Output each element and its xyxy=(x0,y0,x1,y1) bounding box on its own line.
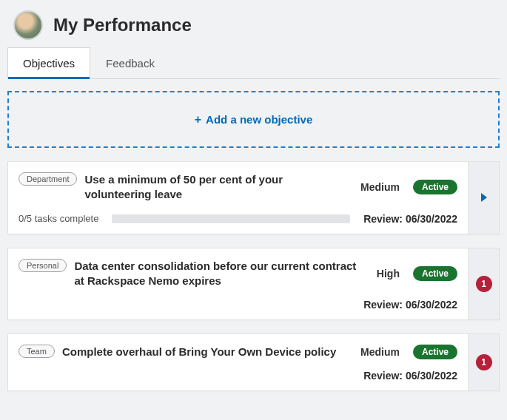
notification-badge: 1 xyxy=(476,276,492,292)
objective-title: Complete overhaul of Bring Your Own Devi… xyxy=(62,345,349,359)
notification-indicator[interactable]: 1 xyxy=(468,334,499,390)
objective-main: Personal Data center consolidation befor… xyxy=(8,248,468,320)
plus-icon: + xyxy=(195,114,201,126)
content-area: + Add a new objective Department Use a m… xyxy=(0,79,507,391)
page-header: My Performance xyxy=(0,0,507,47)
status-badge: Active xyxy=(413,345,457,359)
objective-tag: Department xyxy=(19,172,77,186)
objective-title: Use a minimum of 50 per cent of your vol… xyxy=(84,172,349,203)
objective-priority: High xyxy=(377,268,400,280)
objective-priority: Medium xyxy=(360,181,400,193)
review-date: Review: 06/30/2022 xyxy=(363,213,457,225)
objective-card: Department Use a minimum of 50 per cent … xyxy=(7,161,500,234)
objective-priority: Medium xyxy=(360,346,400,358)
notification-badge: 1 xyxy=(476,354,492,370)
objective-header-row: Department Use a minimum of 50 per cent … xyxy=(19,172,457,203)
status-badge: Active xyxy=(413,266,457,281)
add-objective-button[interactable]: + Add a new objective xyxy=(7,91,500,148)
objective-tag: Personal xyxy=(19,259,67,272)
progress-bar xyxy=(112,214,350,223)
notification-indicator[interactable]: 1 xyxy=(468,248,499,320)
objective-card: Team Complete overhaul of Bring Your Own… xyxy=(7,333,500,391)
objective-main: Department Use a minimum of 50 per cent … xyxy=(8,162,468,234)
status-badge: Active xyxy=(413,180,457,194)
objective-card: Personal Data center consolidation befor… xyxy=(7,248,500,321)
tab-objectives[interactable]: Objectives xyxy=(7,47,90,79)
review-date: Review: 06/30/2022 xyxy=(19,299,457,311)
expand-objective-button[interactable] xyxy=(468,162,499,234)
tab-feedback[interactable]: Feedback xyxy=(90,47,170,78)
objective-header-row: Personal Data center consolidation befor… xyxy=(19,259,457,289)
review-date: Review: 06/30/2022 xyxy=(19,370,457,382)
avatar xyxy=(13,10,43,40)
page-title: My Performance xyxy=(53,15,192,35)
chevron-right-icon xyxy=(481,193,487,202)
tab-bar: Objectives Feedback xyxy=(7,47,500,79)
objective-tag: Team xyxy=(19,345,55,358)
tasks-complete-text: 0/5 tasks complete xyxy=(19,213,98,224)
objective-footer-row: 0/5 tasks complete Review: 06/30/2022 xyxy=(19,213,457,225)
objective-main: Team Complete overhaul of Bring Your Own… xyxy=(8,334,468,390)
objective-title: Data center consolidation before our cur… xyxy=(74,259,364,289)
add-objective-label: Add a new objective xyxy=(206,113,312,126)
objective-header-row: Team Complete overhaul of Bring Your Own… xyxy=(19,345,457,359)
